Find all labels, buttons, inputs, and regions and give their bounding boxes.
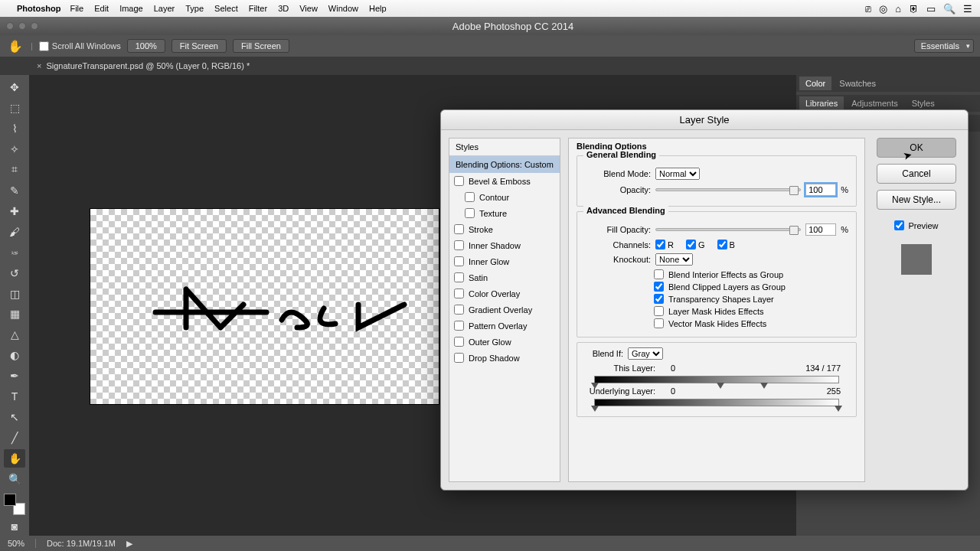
menu-type[interactable]: Type — [185, 4, 204, 13]
move-tool[interactable]: ✥ — [4, 78, 25, 96]
document-tab[interactable]: × SignatureTransparent.psd @ 50% (Layer … — [37, 61, 250, 70]
document-tab-label: SignatureTransparent.psd @ 50% (Layer 0,… — [46, 61, 250, 70]
panel-adjustments[interactable]: Adjustments — [845, 96, 904, 110]
dodge-tool[interactable]: ◐ — [4, 346, 25, 364]
toolbox: ✥ ⬚ ⌇ ✧ ⌗ ✎ ✚ 🖌 ⎃ ↺ ◫ ▦ △ ◐ ✒ T ↖ ╱ ✋ 🔍 … — [0, 75, 29, 536]
dialog-buttons: OK Cancel New Style... Preview — [873, 138, 960, 482]
gradient-tool[interactable]: ▦ — [4, 305, 25, 323]
channel-b-checkbox[interactable]: B — [717, 240, 735, 249]
transparency-shapes-checkbox[interactable]: Transparency Shapes Layer — [654, 294, 848, 304]
stamp-tool[interactable]: ⎃ — [4, 243, 25, 262]
panel-swatches[interactable]: Swatches — [833, 77, 882, 90]
status-icon[interactable]: ⌂ — [895, 3, 901, 15]
layer-mask-hides-checkbox[interactable]: Layer Mask Hides Effects — [654, 306, 848, 316]
blend-interior-checkbox[interactable]: Blend Interior Effects as Group — [654, 269, 848, 279]
menu-image[interactable]: Image — [119, 4, 143, 13]
path-tool[interactable]: ↖ — [4, 408, 25, 426]
shape-tool[interactable]: ╱ — [4, 429, 25, 447]
quick-mask[interactable]: ◙ — [4, 517, 25, 536]
ok-button[interactable]: OK — [877, 138, 956, 158]
hand-tool-icon[interactable]: ✋ — [6, 39, 24, 54]
panel-styles[interactable]: Styles — [906, 96, 941, 110]
preview-checkbox[interactable]: Preview — [894, 220, 938, 230]
chevron-right-icon[interactable]: ▶ — [126, 539, 132, 549]
crop-tool[interactable]: ⌗ — [4, 161, 25, 179]
vector-mask-hides-checkbox[interactable]: Vector Mask Hides Effects — [654, 318, 848, 328]
styles-header[interactable]: Styles — [449, 139, 560, 156]
blending-options-row[interactable]: Blending Options: Custom — [449, 156, 560, 173]
knockout-select[interactable]: None — [655, 253, 693, 266]
status-zoom[interactable]: 50% — [8, 539, 24, 548]
status-bar: 50% Doc: 19.1M/19.1M ▶ — [0, 536, 980, 551]
color-swatches[interactable] — [4, 494, 25, 515]
traffic-lights[interactable] — [6, 22, 38, 30]
blend-clipped-checkbox[interactable]: Blend Clipped Layers as Group — [654, 282, 848, 292]
effect-gradient-overlay[interactable]: Gradient Overlay — [449, 302, 560, 318]
hand-tool[interactable]: ✋ — [4, 449, 25, 468]
effect-inner-glow[interactable]: Inner Glow — [449, 253, 560, 269]
menu-select[interactable]: Select — [214, 4, 238, 13]
zoom-field[interactable]: 100% — [127, 39, 165, 53]
menu-icon[interactable]: ☰ — [963, 3, 972, 15]
history-brush-tool[interactable]: ↺ — [4, 264, 25, 282]
zoom-tool[interactable]: 🔍 — [4, 470, 25, 488]
effect-texture[interactable]: Texture — [449, 205, 560, 221]
status-icon[interactable]: ◎ — [879, 3, 887, 15]
menu-layer[interactable]: Layer — [154, 4, 175, 13]
effect-pattern-overlay[interactable]: Pattern Overlay — [449, 318, 560, 334]
effect-color-overlay[interactable]: Color Overlay — [449, 285, 560, 302]
menu-help[interactable]: Help — [369, 4, 387, 13]
effect-drop-shadow[interactable]: Drop Shadow — [449, 350, 560, 366]
brush-tool[interactable]: 🖌 — [4, 223, 25, 241]
new-style-button[interactable]: New Style... — [877, 190, 956, 210]
wand-tool[interactable]: ✧ — [4, 140, 25, 158]
status-doc-size[interactable]: Doc: 19.1M/19.1M — [47, 539, 116, 548]
channel-g-checkbox[interactable]: G — [686, 240, 705, 249]
effect-outer-glow[interactable]: Outer Glow — [449, 334, 560, 350]
menubar-app[interactable]: Photoshop — [17, 4, 60, 13]
menu-edit[interactable]: Edit — [94, 4, 109, 13]
scroll-all-windows-checkbox[interactable]: Scroll All Windows — [39, 41, 121, 51]
underlying-layer-slider[interactable] — [594, 399, 839, 406]
lasso-tool[interactable]: ⌇ — [4, 119, 25, 138]
effect-bevel-emboss[interactable]: Bevel & Emboss — [449, 173, 560, 189]
effect-stroke[interactable]: Stroke — [449, 221, 560, 237]
search-icon[interactable]: 🔍 — [943, 3, 956, 15]
display-icon[interactable]: ▭ — [926, 3, 936, 15]
type-tool[interactable]: T — [4, 387, 25, 406]
fill-opacity-slider[interactable] — [655, 228, 801, 231]
channel-r-checkbox[interactable]: R — [655, 240, 674, 249]
fill-screen-button[interactable]: Fill Screen — [233, 39, 289, 53]
eraser-tool[interactable]: ◫ — [4, 285, 25, 303]
heal-tool[interactable]: ✚ — [4, 202, 25, 220]
pen-tool[interactable]: ✒ — [4, 367, 25, 385]
section-heading: Blending Options — [569, 139, 864, 151]
workspace-selector[interactable]: Essentials — [914, 39, 974, 53]
eyedropper-tool[interactable]: ✎ — [4, 181, 25, 200]
close-icon[interactable]: × — [37, 61, 41, 70]
menu-3d[interactable]: 3D — [278, 4, 289, 13]
macos-menubar: Photoshop File Edit Image Layer Type Sel… — [0, 0, 980, 17]
panel-color[interactable]: Color — [799, 77, 831, 90]
document-canvas[interactable] — [90, 209, 439, 404]
menu-file[interactable]: File — [70, 4, 83, 13]
opacity-field[interactable] — [805, 184, 836, 196]
menu-filter[interactable]: Filter — [249, 4, 267, 13]
status-icon[interactable]: ⎚ — [865, 3, 871, 15]
blur-tool[interactable]: △ — [4, 325, 25, 344]
marquee-tool[interactable]: ⬚ — [4, 99, 25, 117]
fit-screen-button[interactable]: Fit Screen — [172, 39, 227, 53]
this-layer-slider[interactable] — [594, 376, 839, 383]
menu-view[interactable]: View — [299, 4, 318, 13]
fill-opacity-field[interactable] — [805, 223, 836, 236]
cancel-button[interactable]: Cancel — [877, 164, 956, 184]
effect-inner-shadow[interactable]: Inner Shadow — [449, 237, 560, 253]
opacity-slider[interactable] — [655, 188, 801, 191]
panel-libraries[interactable]: Libraries — [799, 96, 844, 110]
menu-window[interactable]: Window — [328, 4, 358, 13]
blend-if-select[interactable]: Gray — [628, 347, 663, 360]
blend-mode-select[interactable]: Normal — [655, 168, 700, 180]
shield-icon[interactable]: ⛨ — [909, 3, 919, 15]
effect-satin[interactable]: Satin — [449, 269, 560, 285]
effect-contour[interactable]: Contour — [449, 189, 560, 205]
